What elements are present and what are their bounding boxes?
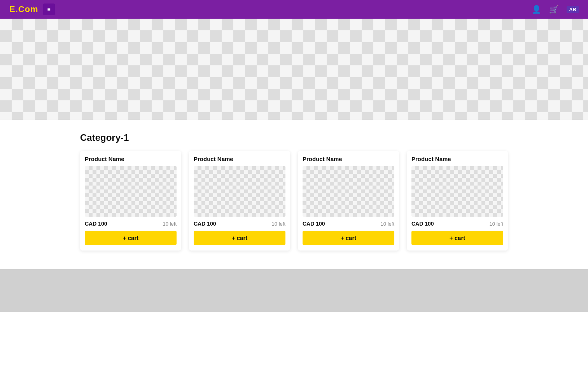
product-image bbox=[303, 166, 394, 217]
category-title: Category-1 bbox=[80, 132, 508, 143]
product-image bbox=[85, 166, 177, 217]
product-price: CAD 100 bbox=[303, 221, 325, 227]
navbar: E.Com ≡ 👤 🛒 AB bbox=[0, 0, 588, 19]
site-logo[interactable]: E.Com bbox=[9, 4, 38, 14]
product-card: Product Name CAD 100 10 left + cart bbox=[298, 151, 399, 251]
product-stock: 10 left bbox=[381, 221, 394, 227]
product-name: Product Name bbox=[411, 156, 503, 162]
add-to-cart-button[interactable]: + cart bbox=[303, 231, 394, 245]
cart-icon[interactable]: 🛒 bbox=[549, 5, 559, 14]
elementor-icon[interactable]: ≡ bbox=[43, 4, 55, 15]
product-meta: CAD 100 10 left bbox=[303, 221, 394, 227]
product-meta: CAD 100 10 left bbox=[85, 221, 177, 227]
product-stock: 10 left bbox=[272, 221, 285, 227]
user-icon[interactable]: 👤 bbox=[532, 5, 541, 14]
product-grid: Product Name CAD 100 10 left + cart Prod… bbox=[80, 151, 508, 251]
product-card: Product Name CAD 100 10 left + cart bbox=[80, 151, 181, 251]
product-stock: 10 left bbox=[490, 221, 503, 227]
hero-banner bbox=[0, 19, 588, 120]
product-image bbox=[411, 166, 503, 217]
product-price: CAD 100 bbox=[411, 221, 434, 227]
product-name: Product Name bbox=[303, 156, 394, 162]
bottom-banner bbox=[0, 269, 588, 312]
product-name: Product Name bbox=[194, 156, 285, 162]
nav-right-icons: 👤 🛒 AB bbox=[532, 5, 579, 14]
main-content: Category-1 Product Name CAD 100 10 left … bbox=[72, 132, 516, 251]
product-stock: 10 left bbox=[163, 221, 177, 227]
add-to-cart-button[interactable]: + cart bbox=[411, 231, 503, 245]
product-meta: CAD 100 10 left bbox=[411, 221, 503, 227]
product-meta: CAD 100 10 left bbox=[194, 221, 285, 227]
product-card: Product Name CAD 100 10 left + cart bbox=[407, 151, 508, 251]
ab-badge[interactable]: AB bbox=[567, 6, 579, 13]
product-price: CAD 100 bbox=[194, 221, 216, 227]
add-to-cart-button[interactable]: + cart bbox=[85, 231, 177, 245]
product-name: Product Name bbox=[85, 156, 177, 162]
add-to-cart-button[interactable]: + cart bbox=[194, 231, 285, 245]
product-card: Product Name CAD 100 10 left + cart bbox=[189, 151, 290, 251]
product-image bbox=[194, 166, 285, 217]
product-price: CAD 100 bbox=[85, 221, 107, 227]
